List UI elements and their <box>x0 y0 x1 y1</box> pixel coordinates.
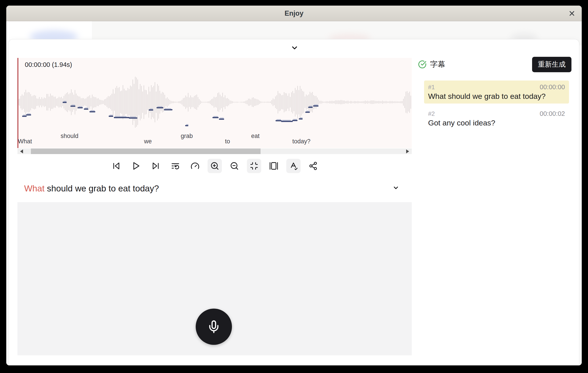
waveform-word-label[interactable]: eat <box>251 133 260 140</box>
scroll-right-arrow[interactable] <box>406 149 409 153</box>
zoom-out-icon <box>230 161 239 170</box>
subtitle-text: What should we grab to eat today? <box>428 92 565 101</box>
playhead <box>17 58 18 148</box>
waveform-word-label[interactable]: to <box>225 138 230 145</box>
player-controls <box>17 159 412 173</box>
collapse-modal-button[interactable] <box>290 42 299 54</box>
check-circle-icon <box>418 60 427 69</box>
gallery-horizontal-button[interactable] <box>267 159 281 173</box>
waveform-word-label[interactable]: should <box>61 133 78 140</box>
recording-panel <box>17 202 412 355</box>
subtitle-sidebar: 字幕 重新生成 #100:00:00What should we grab to… <box>418 57 571 130</box>
share-icon <box>309 161 318 170</box>
spell-check-button[interactable] <box>286 159 301 173</box>
titlebar[interactable]: Enjoy <box>6 6 582 21</box>
subtitle-meta: #200:00:02 <box>428 110 565 117</box>
scroll-left-arrow[interactable] <box>20 149 23 153</box>
current-sentence-row: What should we grab to eat today? <box>24 184 404 197</box>
regenerate-button[interactable]: 重新生成 <box>532 57 571 72</box>
waveform-scrollbar[interactable] <box>17 148 412 154</box>
skip-forward-icon <box>151 161 160 170</box>
skip-back-button[interactable] <box>109 159 124 173</box>
window-title: Enjoy <box>6 6 582 21</box>
waveform-word-label[interactable]: we <box>144 138 152 145</box>
subtitle-meta: #100:00:00 <box>428 83 565 91</box>
spell-check-icon <box>289 161 298 170</box>
sentence-highlighted-word: What <box>24 184 44 193</box>
zoom-out-button[interactable] <box>227 159 242 173</box>
record-button[interactable] <box>196 309 232 345</box>
minimize-icon <box>250 161 259 170</box>
waveform-panel[interactable]: 00:00:00 (1.94s) Whatshouldwegrabtoeatto… <box>17 58 412 148</box>
subtitle-timestamp: 00:00:00 <box>540 83 565 91</box>
waveform-word-label[interactable]: grab <box>181 133 193 140</box>
play-icon <box>132 161 140 170</box>
sidebar-title: 字幕 <box>430 59 445 70</box>
chevron-down-icon <box>291 44 299 52</box>
app-window: Enjoy 00:00:00 (1.94s) Whatshouldwegrabt… <box>6 6 582 365</box>
list-restart-button[interactable] <box>168 159 182 173</box>
zoom-in-icon <box>210 161 219 170</box>
minimize-button[interactable] <box>247 159 261 173</box>
skip-back-icon <box>112 161 121 170</box>
subtitle-list: #100:00:00What should we grab to eat tod… <box>424 81 569 130</box>
share-button[interactable] <box>306 159 320 173</box>
subtitle-timestamp: 00:00:02 <box>540 110 565 117</box>
waveform-word-label[interactable]: What <box>18 138 32 145</box>
list-restart-icon <box>171 161 180 170</box>
waveform-word-label[interactable]: today? <box>292 138 310 145</box>
subtitle-index: #2 <box>428 111 435 117</box>
zoom-in-button[interactable] <box>208 159 222 173</box>
playback-timestamp: 00:00:00 (1.94s) <box>25 61 72 68</box>
subtitle-item[interactable]: #100:00:00What should we grab to eat tod… <box>424 81 569 104</box>
skip-forward-button[interactable] <box>148 159 163 173</box>
close-button[interactable] <box>567 9 577 18</box>
sentence-text: What should we grab to eat today? <box>24 184 159 193</box>
window-content: 00:00:00 (1.94s) Whatshouldwegrabtoeatto… <box>6 21 582 365</box>
scrollbar-thumb[interactable] <box>31 148 261 154</box>
chevron-down-icon <box>392 185 399 191</box>
play-button[interactable] <box>129 159 143 173</box>
sentence-rest: should we grab to eat today? <box>44 184 159 193</box>
subtitle-item[interactable]: #200:00:02Got any cool ideas? <box>424 107 569 130</box>
gauge-button[interactable] <box>188 159 202 173</box>
subtitle-index: #1 <box>428 84 435 91</box>
close-icon <box>568 10 576 17</box>
microphone-icon <box>207 320 221 334</box>
audio-detail-modal: 00:00:00 (1.94s) Whatshouldwegrabtoeatto… <box>8 39 579 365</box>
gallery-horizontal-icon <box>269 161 278 170</box>
subtitle-text: Got any cool ideas? <box>428 119 565 127</box>
subtitle-header: 字幕 重新生成 <box>418 57 571 72</box>
gauge-icon <box>190 161 200 170</box>
sentence-expand-button[interactable] <box>391 183 401 193</box>
